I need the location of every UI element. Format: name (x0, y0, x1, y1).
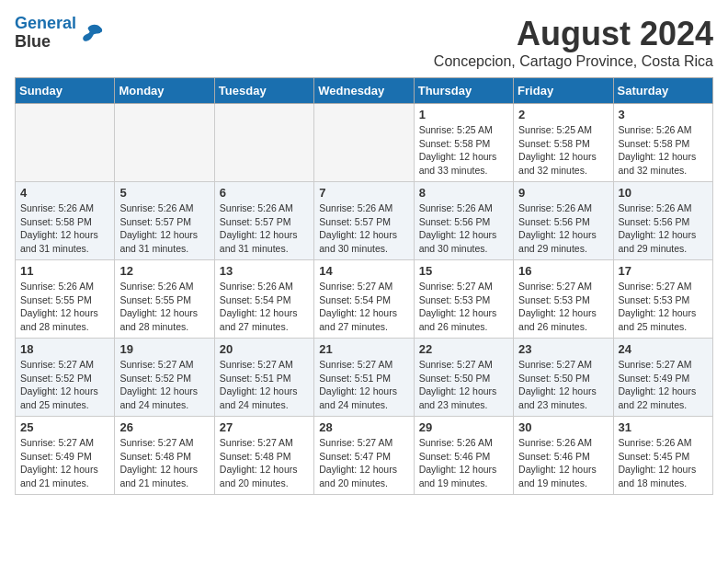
calendar-cell (214, 104, 313, 182)
day-of-week-header: Wednesday (314, 78, 414, 104)
calendar-cell: 5Sunrise: 5:26 AMSunset: 5:57 PMDaylight… (115, 182, 214, 260)
day-info: Sunrise: 5:27 AMSunset: 5:50 PMDaylight:… (419, 358, 508, 412)
calendar-header-row: SundayMondayTuesdayWednesdayThursdayFrid… (16, 78, 713, 104)
title-block: August 2024 Concepcion, Cartago Province… (434, 15, 713, 70)
day-info: Sunrise: 5:27 AMSunset: 5:53 PMDaylight:… (518, 280, 608, 334)
calendar-cell: 30Sunrise: 5:26 AMSunset: 5:46 PMDayligh… (514, 417, 613, 495)
calendar-week-row: 1Sunrise: 5:25 AMSunset: 5:58 PMDaylight… (16, 104, 713, 182)
calendar-cell: 25Sunrise: 5:27 AMSunset: 5:49 PMDayligh… (16, 417, 115, 495)
day-number: 5 (119, 186, 209, 200)
calendar-cell: 28Sunrise: 5:27 AMSunset: 5:47 PMDayligh… (314, 417, 414, 495)
logo-icon (78, 20, 104, 46)
calendar-cell: 22Sunrise: 5:27 AMSunset: 5:50 PMDayligh… (414, 339, 513, 417)
day-number: 4 (20, 186, 109, 200)
day-info: Sunrise: 5:26 AMSunset: 5:55 PMDaylight:… (20, 280, 109, 334)
calendar-cell: 13Sunrise: 5:26 AMSunset: 5:54 PMDayligh… (214, 260, 313, 339)
location-subtitle: Concepcion, Cartago Province, Costa Rica (434, 53, 713, 70)
day-info: Sunrise: 5:27 AMSunset: 5:52 PMDaylight:… (20, 358, 109, 412)
day-info: Sunrise: 5:27 AMSunset: 5:48 PMDaylight:… (220, 436, 309, 490)
day-of-week-header: Thursday (414, 78, 513, 104)
day-number: 3 (619, 108, 708, 121)
day-number: 9 (518, 186, 608, 200)
day-number: 11 (20, 264, 109, 278)
day-number: 29 (419, 420, 508, 434)
calendar-cell: 18Sunrise: 5:27 AMSunset: 5:52 PMDayligh… (16, 339, 115, 417)
calendar-cell: 10Sunrise: 5:26 AMSunset: 5:56 PMDayligh… (613, 182, 712, 260)
calendar-cell: 17Sunrise: 5:27 AMSunset: 5:53 PMDayligh… (613, 260, 712, 339)
calendar-week-row: 4Sunrise: 5:26 AMSunset: 5:58 PMDaylight… (16, 182, 713, 260)
day-info: Sunrise: 5:27 AMSunset: 5:50 PMDaylight:… (518, 358, 608, 412)
day-number: 16 (518, 264, 608, 278)
day-number: 14 (319, 264, 408, 278)
day-info: Sunrise: 5:26 AMSunset: 5:57 PMDaylight:… (220, 201, 309, 256)
day-number: 31 (619, 420, 708, 434)
day-of-week-header: Saturday (613, 78, 712, 104)
day-of-week-header: Monday (115, 78, 214, 104)
calendar-cell: 20Sunrise: 5:27 AMSunset: 5:51 PMDayligh… (214, 339, 313, 417)
calendar-cell: 12Sunrise: 5:26 AMSunset: 5:55 PMDayligh… (115, 260, 214, 339)
day-number: 2 (518, 108, 608, 121)
calendar-cell: 6Sunrise: 5:26 AMSunset: 5:57 PMDaylight… (214, 182, 313, 260)
day-info: Sunrise: 5:27 AMSunset: 5:51 PMDaylight:… (319, 358, 408, 412)
day-number: 6 (220, 186, 309, 200)
day-info: Sunrise: 5:27 AMSunset: 5:54 PMDaylight:… (319, 280, 408, 334)
calendar-body: 1Sunrise: 5:25 AMSunset: 5:58 PMDaylight… (16, 104, 713, 495)
day-info: Sunrise: 5:27 AMSunset: 5:53 PMDaylight:… (619, 280, 708, 334)
logo: GeneralBlue (15, 15, 104, 52)
calendar-cell: 11Sunrise: 5:26 AMSunset: 5:55 PMDayligh… (16, 260, 115, 339)
day-number: 30 (518, 420, 608, 434)
day-info: Sunrise: 5:27 AMSunset: 5:53 PMDaylight:… (419, 280, 508, 334)
calendar-cell: 7Sunrise: 5:26 AMSunset: 5:57 PMDaylight… (314, 182, 414, 260)
day-number: 12 (119, 264, 209, 278)
calendar-cell: 4Sunrise: 5:26 AMSunset: 5:58 PMDaylight… (16, 182, 115, 260)
calendar-week-row: 11Sunrise: 5:26 AMSunset: 5:55 PMDayligh… (16, 260, 713, 339)
day-info: Sunrise: 5:26 AMSunset: 5:57 PMDaylight:… (119, 201, 209, 256)
day-number: 22 (419, 342, 508, 356)
day-number: 24 (619, 342, 708, 356)
day-info: Sunrise: 5:26 AMSunset: 5:46 PMDaylight:… (518, 436, 608, 490)
calendar-cell: 2Sunrise: 5:25 AMSunset: 5:58 PMDaylight… (514, 104, 613, 182)
day-info: Sunrise: 5:27 AMSunset: 5:47 PMDaylight:… (319, 436, 408, 490)
day-number: 18 (20, 342, 109, 356)
day-number: 17 (619, 264, 708, 278)
day-info: Sunrise: 5:26 AMSunset: 5:45 PMDaylight:… (619, 436, 708, 490)
calendar-cell: 15Sunrise: 5:27 AMSunset: 5:53 PMDayligh… (414, 260, 513, 339)
calendar-week-row: 18Sunrise: 5:27 AMSunset: 5:52 PMDayligh… (16, 339, 713, 417)
day-number: 15 (419, 264, 508, 278)
day-number: 19 (119, 342, 209, 356)
day-number: 1 (419, 108, 508, 121)
calendar-cell: 27Sunrise: 5:27 AMSunset: 5:48 PMDayligh… (214, 417, 313, 495)
day-number: 7 (319, 186, 408, 200)
calendar-cell: 24Sunrise: 5:27 AMSunset: 5:49 PMDayligh… (613, 339, 712, 417)
day-of-week-header: Sunday (16, 78, 115, 104)
calendar-cell: 16Sunrise: 5:27 AMSunset: 5:53 PMDayligh… (514, 260, 613, 339)
calendar-cell: 21Sunrise: 5:27 AMSunset: 5:51 PMDayligh… (314, 339, 414, 417)
day-info: Sunrise: 5:27 AMSunset: 5:52 PMDaylight:… (119, 358, 209, 412)
calendar-cell (16, 104, 115, 182)
day-info: Sunrise: 5:26 AMSunset: 5:55 PMDaylight:… (119, 280, 209, 334)
calendar-cell: 23Sunrise: 5:27 AMSunset: 5:50 PMDayligh… (514, 339, 613, 417)
calendar-cell: 3Sunrise: 5:26 AMSunset: 5:58 PMDaylight… (613, 104, 712, 182)
day-info: Sunrise: 5:27 AMSunset: 5:49 PMDaylight:… (20, 436, 109, 490)
calendar-cell: 29Sunrise: 5:26 AMSunset: 5:46 PMDayligh… (414, 417, 513, 495)
day-number: 20 (220, 342, 309, 356)
day-number: 27 (220, 420, 309, 434)
day-number: 26 (119, 420, 209, 434)
calendar-cell: 14Sunrise: 5:27 AMSunset: 5:54 PMDayligh… (314, 260, 414, 339)
day-of-week-header: Friday (514, 78, 613, 104)
day-info: Sunrise: 5:27 AMSunset: 5:49 PMDaylight:… (619, 358, 708, 412)
calendar-table: SundayMondayTuesdayWednesdayThursdayFrid… (15, 77, 713, 495)
day-info: Sunrise: 5:26 AMSunset: 5:56 PMDaylight:… (419, 201, 508, 256)
calendar-cell: 19Sunrise: 5:27 AMSunset: 5:52 PMDayligh… (115, 339, 214, 417)
page-header: GeneralBlue August 2024 Concepcion, Cart… (15, 15, 713, 70)
day-of-week-header: Tuesday (214, 78, 313, 104)
calendar-cell (314, 104, 414, 182)
calendar-cell: 9Sunrise: 5:26 AMSunset: 5:56 PMDaylight… (514, 182, 613, 260)
day-info: Sunrise: 5:27 AMSunset: 5:48 PMDaylight:… (119, 436, 209, 490)
calendar-cell: 31Sunrise: 5:26 AMSunset: 5:45 PMDayligh… (613, 417, 712, 495)
day-info: Sunrise: 5:26 AMSunset: 5:54 PMDaylight:… (220, 280, 309, 334)
day-info: Sunrise: 5:26 AMSunset: 5:56 PMDaylight:… (518, 201, 608, 256)
day-info: Sunrise: 5:26 AMSunset: 5:58 PMDaylight:… (20, 201, 109, 256)
calendar-cell: 8Sunrise: 5:26 AMSunset: 5:56 PMDaylight… (414, 182, 513, 260)
day-number: 25 (20, 420, 109, 434)
